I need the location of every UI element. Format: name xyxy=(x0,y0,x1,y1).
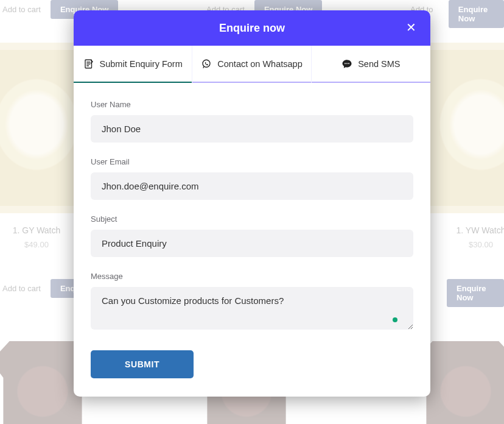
subject-label: Subject xyxy=(91,214,413,224)
tab-whatsapp[interactable]: Contact on Whatsapp xyxy=(192,46,311,82)
modal-tabs: Submit Enquiry Form Contact on Whatsapp … xyxy=(74,46,430,83)
message-textarea[interactable] xyxy=(91,287,413,330)
form-icon xyxy=(83,58,94,69)
whatsapp-icon xyxy=(201,58,212,69)
username-label: User Name xyxy=(91,100,413,109)
subject-input[interactable] xyxy=(91,230,413,257)
svg-point-4 xyxy=(348,63,349,64)
tab-label: Submit Enquiry Form xyxy=(100,59,183,69)
close-icon: ✕ xyxy=(406,20,416,35)
svg-point-2 xyxy=(345,63,346,64)
status-dot-icon xyxy=(393,317,397,322)
submit-button[interactable]: SUBMIT xyxy=(91,350,194,378)
svg-point-3 xyxy=(346,63,348,64)
email-label: User Email xyxy=(91,157,413,166)
sms-icon xyxy=(341,58,352,69)
username-input[interactable] xyxy=(91,115,413,143)
enquiry-form: User Name User Email Subject Message SUB… xyxy=(74,83,430,397)
enquire-modal: Enquire now ✕ Submit Enquiry Form xyxy=(74,10,430,397)
message-label: Message xyxy=(91,272,413,281)
email-input[interactable] xyxy=(91,172,413,200)
tab-label: Send SMS xyxy=(358,59,400,69)
tab-sms[interactable]: Send SMS xyxy=(312,46,430,82)
tab-label: Contact on Whatsapp xyxy=(217,59,302,69)
modal-header: Enquire now ✕ xyxy=(74,10,430,46)
tab-submit-enquiry[interactable]: Submit Enquiry Form xyxy=(74,46,192,82)
modal-title: Enquire now xyxy=(219,22,285,35)
close-button[interactable]: ✕ xyxy=(402,19,419,36)
